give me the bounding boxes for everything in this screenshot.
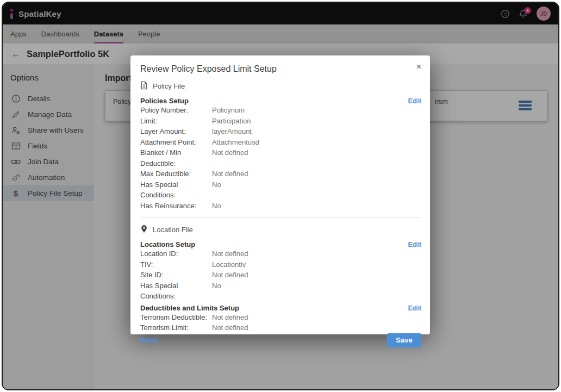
field-label: Terrorism Limit:	[140, 322, 212, 333]
field-row: TIV:Locationtiv	[140, 259, 421, 270]
field-label: Policy Number:	[140, 105, 212, 116]
field-value: Locationtiv	[212, 259, 246, 270]
section-header: Policies SetupEdit	[140, 97, 421, 105]
close-icon[interactable]: ×	[416, 63, 421, 71]
modal-sections: Policy FilePolicies SetupEditPolicy Numb…	[140, 74, 421, 333]
field-value: No	[212, 281, 221, 302]
field-row: Blanket / Min Deductible:Not defined	[140, 147, 421, 169]
field-value: Attachmentusd	[212, 137, 259, 148]
field-label: Layer Amount:	[140, 126, 212, 137]
field-value: Not defined	[212, 270, 248, 281]
field-value: Not defined	[212, 147, 248, 169]
file-row: Location File	[140, 225, 421, 235]
field-value: Not defined	[212, 312, 248, 323]
modal-footer: Back Save	[140, 333, 421, 347]
field-value: Not defined	[212, 169, 248, 179]
field-value: No	[212, 201, 221, 211]
section-title: Locations Setup	[140, 240, 195, 248]
field-label: TIV:	[140, 259, 212, 270]
section-header: Locations SetupEdit	[140, 240, 421, 248]
section-header: Deductibles and Limits SetupEdit	[140, 304, 421, 312]
field-row: Attachment Point:Attachmentusd	[140, 137, 421, 148]
field-label: Attachment Point:	[140, 137, 212, 148]
field-label: Terrorism Deductible:	[140, 312, 212, 323]
field-label: Has Special Conditions:	[140, 281, 212, 302]
file-label: Location File	[153, 226, 193, 234]
field-row: Has Special Conditions:No	[140, 281, 421, 302]
file-row: Policy File	[140, 81, 421, 91]
file-label: Policy File	[153, 82, 185, 90]
field-value: Participation	[212, 116, 251, 127]
app-window: SpatialKey ? 9 JD AppsDashboardsDatasets…	[2, 2, 559, 390]
edit-link[interactable]: Edit	[408, 97, 421, 105]
field-row: Terrorism Limit:Not defined	[140, 322, 421, 333]
field-value: Not defined	[212, 322, 248, 333]
field-value: Not defined	[212, 248, 248, 259]
field-row: Site ID:Not defined	[140, 270, 421, 281]
field-value: No	[212, 179, 221, 201]
field-label: Blanket / Min Deductible:	[140, 147, 212, 169]
field-label: Max Deductible:	[140, 169, 212, 179]
section-title: Deductibles and Limits Setup	[140, 304, 239, 312]
edit-link[interactable]: Edit	[408, 240, 421, 248]
field-label: Has Special Conditions:	[140, 179, 212, 201]
save-button[interactable]: Save	[387, 333, 421, 347]
field-value: layerAmount	[212, 126, 252, 137]
modal-title: Review Policy Exposed Limit Setup	[140, 64, 421, 74]
document-icon	[140, 81, 148, 91]
field-row: Layer Amount:layerAmount	[140, 126, 421, 137]
review-policy-modal: Review Policy Exposed Limit Setup × Poli…	[130, 55, 430, 334]
field-label: Limit:	[140, 116, 212, 127]
back-link[interactable]: Back	[140, 336, 158, 344]
field-row: Has Special Conditions:No	[140, 179, 421, 201]
field-label: Site ID:	[140, 270, 212, 281]
edit-link[interactable]: Edit	[408, 304, 421, 312]
field-row: Has Reinsurance:No	[140, 201, 421, 211]
field-label: Has Reinsurance:	[140, 201, 212, 211]
field-row: Terrorism Deductible:Not defined	[140, 312, 421, 323]
field-row: Policy Number:Policynum	[140, 105, 421, 116]
field-row: Max Deductible:Not defined	[140, 169, 421, 179]
section-divider	[140, 217, 421, 217]
field-row: Location ID:Not defined	[140, 248, 421, 259]
field-label: Location ID:	[140, 248, 212, 259]
section-title: Policies Setup	[140, 97, 189, 105]
pin-icon	[140, 225, 148, 235]
field-row: Limit:Participation	[140, 116, 421, 127]
field-value: Policynum	[212, 105, 245, 116]
